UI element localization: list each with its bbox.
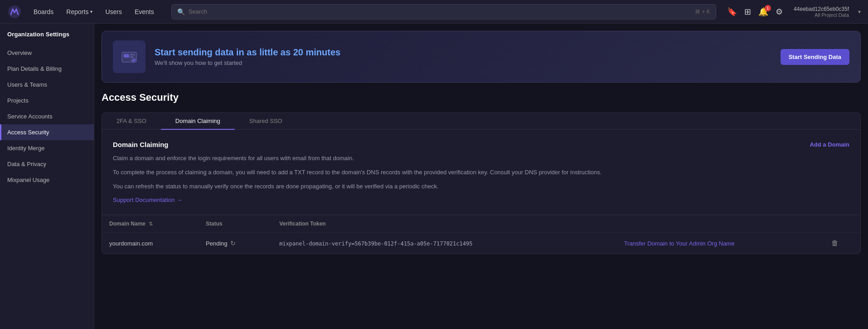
- section-title: Domain Claiming: [113, 141, 169, 148]
- bookmark-icon[interactable]: 🔖: [727, 7, 737, 17]
- sidebar-item-identity-merge[interactable]: Identity Merge: [0, 140, 94, 156]
- table-row: yourdomain.com Pending ↻ mixpanel-domain…: [102, 233, 860, 254]
- svg-rect-3: [130, 54, 135, 55]
- search-input[interactable]: [189, 8, 691, 15]
- sidebar-item-users-teams[interactable]: Users & Teams: [0, 77, 94, 93]
- page-body: Access Security 2FA & SSO Domain Claimin…: [94, 83, 868, 263]
- delete-icon[interactable]: 🗑: [831, 239, 839, 247]
- cell-domain: yourdomain.com: [102, 233, 199, 254]
- reports-chevron-icon: ▾: [90, 9, 92, 14]
- sidebar-item-data-privacy[interactable]: Data & Privacy: [0, 156, 94, 172]
- sort-icon[interactable]: ⇅: [149, 221, 153, 226]
- main-layout: Organization Settings Overview Plan Deta…: [0, 24, 868, 329]
- sidebar-item-overview[interactable]: Overview: [0, 45, 94, 61]
- sidebar-item-service-accounts[interactable]: Service Accounts: [0, 108, 94, 124]
- banner-icon: [113, 40, 145, 73]
- nav-links: Boards Reports ▾ Users Events: [27, 0, 160, 24]
- tab-2fa-sso[interactable]: 2FA & SSO: [102, 113, 161, 130]
- top-navigation: Boards Reports ▾ Users Events 🔍 ⌘ + K 🔖 …: [0, 0, 868, 24]
- sidebar-item-access-security[interactable]: Access Security: [0, 124, 94, 140]
- bell-icon[interactable]: 🔔 1: [758, 7, 768, 17]
- banner-subtitle: We'll show you how to get started: [155, 59, 771, 66]
- status-pending: Pending ↻: [206, 240, 265, 247]
- banner-title: Start sending data in as little as 20 mi…: [155, 47, 771, 58]
- account-chevron-icon[interactable]: ▾: [858, 9, 861, 15]
- start-sending-data-button[interactable]: Start Sending Data: [781, 49, 849, 65]
- desc-1: Claim a domain and enforce the login req…: [113, 154, 849, 163]
- tabs: 2FA & SSO Domain Claiming Shared SSO: [102, 113, 860, 130]
- tab-shared-sso[interactable]: Shared SSO: [235, 113, 297, 130]
- sidebar-title: Organization Settings: [0, 31, 94, 45]
- onboarding-banner: Start sending data in as little as 20 mi…: [102, 31, 861, 83]
- refresh-icon[interactable]: ↻: [230, 240, 236, 247]
- cell-status: Pending ↻: [199, 233, 272, 254]
- grid-icon[interactable]: ⊞: [744, 7, 751, 17]
- section-header: Domain Claiming Add a Domain: [113, 141, 849, 148]
- logo[interactable]: [7, 5, 22, 19]
- col-actions: [617, 215, 824, 233]
- nav-events[interactable]: Events: [128, 0, 160, 24]
- svg-rect-2: [124, 54, 129, 58]
- nav-users[interactable]: Users: [99, 0, 128, 24]
- search-icon: 🔍: [177, 8, 185, 15]
- sidebar: Organization Settings Overview Plan Deta…: [0, 24, 94, 329]
- col-domain-name: Domain Name ⇅: [102, 215, 199, 233]
- banner-text: Start sending data in as little as 20 mi…: [155, 47, 771, 66]
- account-id: 44eebad12c65eb0c35f: [794, 6, 849, 12]
- col-delete: [824, 215, 860, 233]
- nav-boards[interactable]: Boards: [27, 0, 60, 24]
- account-label: All Project Data: [815, 12, 849, 18]
- sidebar-item-projects[interactable]: Projects: [0, 93, 94, 108]
- tab-domain-claiming[interactable]: Domain Claiming: [161, 113, 235, 130]
- nav-reports[interactable]: Reports ▾: [60, 0, 99, 24]
- search-bar[interactable]: 🔍 ⌘ + K: [171, 4, 716, 20]
- desc-3: You can refresh the status to manually v…: [113, 182, 849, 192]
- cell-transfer: Transfer Domain to Your Admin Org Name: [617, 233, 824, 254]
- page-title: Access Security: [102, 92, 861, 103]
- cell-delete: 🗑: [824, 233, 860, 254]
- col-status: Status: [199, 215, 272, 233]
- sidebar-item-plan-details-billing[interactable]: Plan Details & Billing: [0, 61, 94, 77]
- transfer-domain-link[interactable]: Transfer Domain to Your Admin Org Name: [624, 240, 735, 247]
- support-documentation-link[interactable]: Support Documentation →: [113, 196, 182, 203]
- cell-token: mixpanel-domain-verify=567b39be-012f-415…: [272, 233, 617, 254]
- domain-claiming-section: Domain Claiming Add a Domain Claim a dom…: [102, 130, 860, 215]
- account-switcher[interactable]: 44eebad12c65eb0c35f All Project Data: [794, 6, 849, 18]
- search-shortcut: ⌘ + K: [695, 9, 710, 15]
- desc-2: To complete the process of claiming a do…: [113, 168, 849, 177]
- add-domain-button[interactable]: Add a Domain: [810, 141, 849, 148]
- nav-icon-group: 🔖 ⊞ 🔔 1 ⚙ 44eebad12c65eb0c35f All Projec…: [727, 6, 861, 18]
- access-security-card: 2FA & SSO Domain Claiming Shared SSO Dom…: [102, 113, 861, 254]
- main-content: Start sending data in as little as 20 mi…: [94, 24, 868, 329]
- col-verification-token: Verification Token: [272, 215, 617, 233]
- sidebar-item-mixpanel-usage[interactable]: Mixpanel Usage: [0, 172, 94, 188]
- notification-badge: 1: [765, 5, 771, 11]
- settings-icon[interactable]: ⚙: [776, 7, 783, 17]
- svg-rect-4: [130, 56, 133, 58]
- domains-table: Domain Name ⇅ Status Verification Token …: [102, 215, 860, 254]
